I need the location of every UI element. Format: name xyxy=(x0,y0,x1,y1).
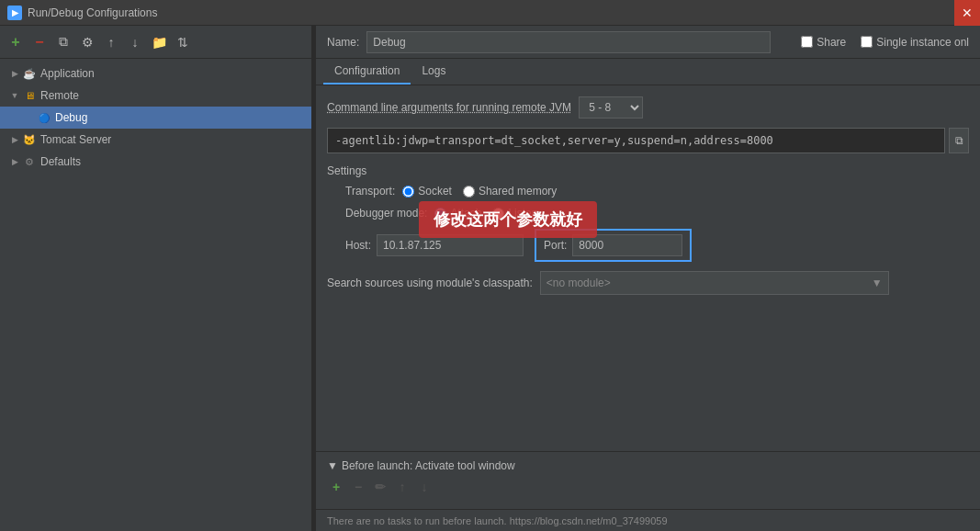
module-select-value: <no module> xyxy=(546,277,611,289)
tree-arrow-defaults: ▶ xyxy=(7,154,22,169)
transport-label: Transport: xyxy=(345,185,395,198)
checkbox-group: Share Single instance onl xyxy=(801,36,969,49)
status-bar: There are no tasks to run before launch.… xyxy=(316,509,980,531)
tree-arrow-tomcat: ▶ xyxy=(7,132,22,147)
share-label: Share xyxy=(817,36,846,49)
defaults-icon: ⚙ xyxy=(22,154,37,169)
before-launch-toolbar: + − ✏ ↑ ↓ xyxy=(327,478,969,496)
single-instance-label: Single instance onl xyxy=(876,36,969,49)
transport-socket-label: Socket xyxy=(402,185,452,198)
app-icon: ▶ xyxy=(7,6,22,20)
config-tree: ▶ ☕ Application ▼ 🖥 Remote 🔵 Debug ▶ 🐱 T… xyxy=(0,59,311,531)
share-checkbox[interactable] xyxy=(801,36,813,48)
module-row: Search sources using module's classpath:… xyxy=(327,271,969,295)
host-group: Host: xyxy=(345,234,524,256)
application-icon: ☕ xyxy=(22,66,37,81)
tomcat-label: Tomcat Server xyxy=(40,133,111,146)
bl-edit-button[interactable]: ✏ xyxy=(371,478,389,496)
mode-attach-label: Attach xyxy=(434,207,481,220)
transport-socket-text: Socket xyxy=(418,185,452,198)
bl-up-button[interactable]: ↑ xyxy=(393,478,411,496)
module-select[interactable]: <no module> ▼ xyxy=(540,271,889,295)
debugger-mode-radio-group: Attach Listen xyxy=(434,207,537,220)
mode-listen-label: Listen xyxy=(492,207,537,220)
application-label: Application xyxy=(40,67,95,80)
right-panel: Name: Share Single instance onl Configur… xyxy=(316,26,980,531)
debugger-mode-label: Debugger mode: xyxy=(345,207,427,220)
jvm-version-select[interactable]: 5 - 8 xyxy=(579,96,643,119)
copy-command-button[interactable]: ⧉ xyxy=(949,128,969,153)
before-launch-section: ▼ Before launch: Activate tool window + … xyxy=(316,451,980,509)
host-input[interactable] xyxy=(377,234,524,256)
move-up-button[interactable]: ↑ xyxy=(101,32,121,52)
title-bar-text: Run/Debug Configurations xyxy=(28,6,157,19)
tab-configuration[interactable]: Configuration xyxy=(323,59,411,85)
transport-sharedmem-label: Shared memory xyxy=(463,185,557,198)
tree-item-debug[interactable]: 🔵 Debug xyxy=(0,107,311,129)
cmdline-label: Command line arguments for running remot… xyxy=(327,101,571,114)
remote-label: Remote xyxy=(40,89,79,102)
settings-label: Settings xyxy=(327,164,969,177)
single-instance-checkbox[interactable] xyxy=(861,36,873,48)
host-label: Host: xyxy=(345,239,371,252)
port-group: Port: xyxy=(535,229,692,262)
mode-attach-text: Attach xyxy=(450,207,481,220)
debugger-mode-row: Debugger mode: Attach Listen xyxy=(345,207,969,220)
before-launch-header[interactable]: ▼ Before launch: Activate tool window xyxy=(327,459,969,472)
transport-row: Transport: Socket Shared memory xyxy=(345,185,969,198)
single-instance-checkbox-label: Single instance onl xyxy=(861,36,969,49)
transport-sharedmem-text: Shared memory xyxy=(479,185,557,198)
name-input[interactable] xyxy=(366,31,771,53)
jvm-version-selector: 5 - 8 xyxy=(579,96,643,119)
module-label: Search sources using module's classpath: xyxy=(327,277,533,289)
sidebar-toolbar: + − ⧉ ⚙ ↑ ↓ 📁 ⇅ xyxy=(0,26,311,59)
cmdline-row: Command line arguments for running remot… xyxy=(327,96,969,119)
settings-button[interactable]: ⚙ xyxy=(77,32,97,52)
add-config-button[interactable]: + xyxy=(6,32,26,52)
port-label: Port: xyxy=(544,239,567,252)
name-row: Name: Share Single instance onl xyxy=(316,26,980,59)
before-launch-arrow: ▼ xyxy=(327,459,338,472)
tree-item-tomcat[interactable]: ▶ 🐱 Tomcat Server xyxy=(0,129,311,151)
folder-button[interactable]: 📁 xyxy=(149,32,169,52)
config-content: Command line arguments for running remot… xyxy=(316,85,980,451)
close-button[interactable]: ✕ xyxy=(954,0,980,26)
tree-item-defaults[interactable]: ▶ ⚙ Defaults xyxy=(0,151,311,173)
module-dropdown-icon: ▼ xyxy=(872,277,883,289)
mode-attach-radio[interactable] xyxy=(434,208,446,220)
title-bar: ▶ Run/Debug Configurations ✕ xyxy=(0,0,980,26)
debug-icon: 🔵 xyxy=(37,110,51,125)
defaults-label: Defaults xyxy=(40,155,81,168)
copy-config-button[interactable]: ⧉ xyxy=(53,32,73,52)
tree-arrow-application: ▶ xyxy=(7,66,22,81)
sort-button[interactable]: ⇅ xyxy=(173,32,193,52)
move-down-button[interactable]: ↓ xyxy=(125,32,145,52)
tree-item-application[interactable]: ▶ ☕ Application xyxy=(0,62,311,85)
name-label: Name: xyxy=(327,36,359,49)
tomcat-icon: 🐱 xyxy=(22,132,37,147)
transport-sharedmem-radio[interactable] xyxy=(463,186,475,198)
host-port-row: Host: Port: 修改这两个参数就好 xyxy=(345,229,969,262)
before-launch-title: Before launch: Activate tool window xyxy=(342,459,515,472)
debug-label: Debug xyxy=(55,111,87,124)
remove-config-button[interactable]: − xyxy=(29,32,50,52)
status-text: There are no tasks to run before launch.… xyxy=(327,515,668,526)
tree-item-remote[interactable]: ▼ 🖥 Remote xyxy=(0,85,311,107)
sidebar: + − ⧉ ⚙ ↑ ↓ 📁 ⇅ ▶ ☕ Application ▼ 🖥 Remo… xyxy=(0,26,312,531)
bl-add-button[interactable]: + xyxy=(327,478,345,496)
command-input[interactable] xyxy=(327,128,945,153)
transport-socket-radio[interactable] xyxy=(402,186,414,198)
tabs-row: Configuration Logs xyxy=(316,59,980,85)
port-input[interactable] xyxy=(572,234,682,256)
bl-down-button[interactable]: ↓ xyxy=(415,478,434,496)
mode-listen-text: Listen xyxy=(508,207,537,220)
tree-arrow-remote: ▼ xyxy=(7,88,22,103)
share-checkbox-label: Share xyxy=(801,36,846,49)
mode-listen-radio[interactable] xyxy=(492,208,504,220)
bl-remove-button[interactable]: − xyxy=(349,478,367,496)
command-box: ⧉ xyxy=(327,128,969,153)
remote-icon: 🖥 xyxy=(22,88,37,103)
transport-radio-group: Socket Shared memory xyxy=(402,185,557,198)
tab-logs[interactable]: Logs xyxy=(411,59,456,85)
